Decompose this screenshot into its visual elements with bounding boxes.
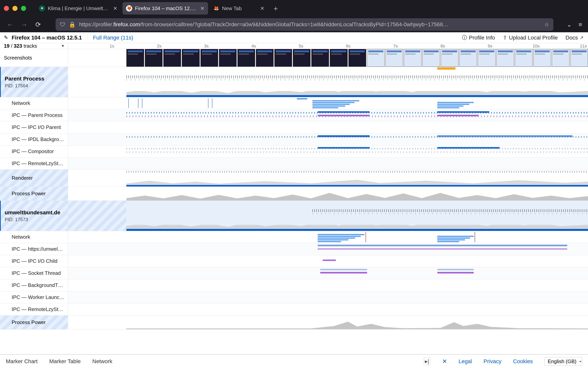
track-process-power[interactable]: Process Power [0, 187, 588, 201]
favicon-icon: ✦ [39, 5, 45, 11]
profiler-header: ✎ Firefox 104 – macOS 12.5.1 Full Range … [0, 32, 588, 43]
view-marker-chart[interactable]: Marker Chart [6, 358, 37, 365]
range-link[interactable]: Full Range (11s) [93, 35, 133, 41]
nav-bar: ← → ⟳ 🛡 🔒 https://profiler.firefox.com/f… [0, 17, 588, 32]
track-label[interactable]: IPC — Compositor [0, 146, 68, 157]
shield-icon[interactable]: 🛡 [60, 21, 65, 28]
url-text: https://profiler.firefox.com/from-browse… [79, 21, 541, 28]
track-label[interactable]: IPC — Socket Thread [0, 267, 68, 279]
profile-info-button[interactable]: ⓘ Profile Info [462, 34, 495, 41]
language-select[interactable]: English (GB) [544, 357, 582, 366]
track-label[interactable]: Process Power [0, 187, 68, 201]
track-label[interactable]: IPC — IPDL Backgro… [0, 133, 68, 145]
chevron-down-icon: ▼ [61, 44, 65, 48]
tab-0[interactable]: ✦ Klima | Energie | Umweltbundes… ✕ [35, 2, 121, 15]
track-label[interactable]: Network [0, 97, 68, 109]
close-tab-icon[interactable]: ✕ [200, 5, 205, 11]
track-ipc-remotelzy[interactable]: IPC — RemoteLzySt… [0, 157, 588, 170]
track-process-power-content[interactable]: Process Power [0, 315, 588, 330]
upload-profile-button[interactable]: ⇧ Upload Local Profile [503, 35, 558, 41]
track-ipc-ipdl[interactable]: IPC — IPDL Backgro… [0, 133, 588, 146]
legal-link[interactable]: Legal [459, 358, 472, 365]
track-ipc-content-main[interactable]: IPC — https://umwel… [0, 243, 588, 255]
track-ipc-worker-launch[interactable]: IPC — Worker Launc… [0, 291, 588, 304]
track-ipc-compositor[interactable]: IPC — Compositor [0, 146, 588, 157]
screenshots-strip[interactable] [68, 49, 588, 67]
view-network[interactable]: Network [92, 358, 112, 365]
ruler-row: 19 / 323 tracks ▼ 1s 2s 3s 4s 5s 6s 7s 8… [0, 43, 588, 49]
new-tab-button[interactable]: ＋ [270, 4, 282, 13]
track-network[interactable]: Network [0, 97, 588, 109]
tab-label: New Tab [222, 5, 257, 11]
favicon-icon: 🦊 [213, 5, 219, 11]
track-label[interactable]: IPC — BackgroundT… [0, 279, 68, 291]
close-tab-icon[interactable]: ✕ [260, 5, 264, 11]
process-content[interactable]: umweltbundesamt.de PID: 17573 [0, 201, 588, 231]
back-button[interactable]: ← [6, 21, 14, 28]
bottom-bar: Marker Chart Marker Table Network ▸| ✕ L… [0, 354, 588, 368]
tab-2[interactable]: 🦊 New Tab ✕ [210, 2, 268, 15]
profile-name: Firefox 104 – macOS 12.5.1 [12, 35, 82, 41]
track-label[interactable]: IPC — RemoteLzySt… [0, 157, 68, 169]
track-ipc-socket[interactable]: IPC — Socket Thread [0, 267, 588, 279]
track-label[interactable]: IPC — Worker Launc… [0, 291, 68, 303]
external-link-icon: ↗ [580, 35, 583, 40]
track-network-content[interactable]: Network [0, 231, 588, 243]
cookies-link[interactable]: Cookies [513, 358, 533, 365]
favicon-icon: 🦊 [126, 5, 132, 11]
track-label[interactable]: Network [0, 231, 68, 243]
close-notice-icon[interactable]: ✕ [442, 358, 447, 365]
timeline: 19 / 323 tracks ▼ 1s 2s 3s 4s 5s 6s 7s 8… [0, 43, 588, 354]
close-tab-icon[interactable]: ✕ [113, 5, 118, 11]
reload-button[interactable]: ⟳ [34, 21, 42, 28]
process-label[interactable]: Parent Process PID: 17564 [0, 67, 68, 97]
track-ipc-io-parent[interactable]: IPC — IPC I/O Parent [0, 121, 588, 133]
upload-icon: ⇧ [503, 35, 507, 41]
track-label[interactable]: IPC — IPC I/O Parent [0, 121, 68, 133]
info-icon: ⓘ [462, 34, 467, 41]
screenshots-track: Screenshots [0, 49, 588, 67]
track-label[interactable]: IPC — https://umwel… [0, 243, 68, 255]
process-graph[interactable] [68, 201, 588, 231]
window-controls [4, 6, 26, 11]
tab-label: Firefox 104 – macOS 12.5.1 – 27… [135, 5, 198, 11]
process-graph[interactable] [68, 67, 588, 97]
bookmark-star-icon[interactable]: ☆ [544, 21, 549, 28]
track-label[interactable]: Screenshots [0, 49, 68, 67]
url-bar[interactable]: 🛡 🔒 https://profiler.firefox.com/from-br… [56, 18, 553, 31]
track-renderer[interactable]: Renderer [0, 170, 588, 187]
track-label[interactable]: IPC — RemoteLzySt… [0, 304, 68, 315]
track-label[interactable]: IPC — Parent Process [0, 109, 68, 121]
forward-button[interactable]: → [20, 21, 28, 28]
view-marker-table[interactable]: Marker Table [49, 358, 81, 365]
maximize-window-button[interactable] [21, 6, 26, 11]
time-ruler[interactable]: 1s 2s 3s 4s 5s 6s 7s 8s 9s 10s 11s [68, 43, 588, 49]
lock-icon[interactable]: 🔒 [69, 21, 76, 28]
tab-label: Klima | Energie | Umweltbundes… [48, 5, 110, 11]
process-parent[interactable]: Parent Process PID: 17564 [0, 67, 588, 97]
sidebar-toggle-icon[interactable]: ▸| [424, 358, 430, 365]
track-label[interactable]: Process Power [0, 315, 68, 329]
tracks-toggle[interactable]: 19 / 323 tracks ▼ [0, 43, 68, 49]
browser-chrome: ✦ Klima | Energie | Umweltbundes… ✕ 🦊 Fi… [0, 0, 588, 32]
close-window-button[interactable] [4, 6, 9, 11]
track-ipc-background[interactable]: IPC — BackgroundT… [0, 279, 588, 291]
app-menu-icon[interactable]: ≡ [579, 21, 582, 28]
edit-icon[interactable]: ✎ [4, 35, 8, 41]
minimize-window-button[interactable] [12, 6, 18, 11]
tab-1[interactable]: 🦊 Firefox 104 – macOS 12.5.1 – 27… ✕ [123, 2, 208, 15]
toolbar-right: ⌄ ≡ [567, 21, 582, 28]
tab-bar: ✦ Klima | Energie | Umweltbundes… ✕ 🦊 Fi… [0, 0, 588, 17]
process-label[interactable]: umweltbundesamt.de PID: 17573 [0, 201, 68, 231]
track-ipc-parent[interactable]: IPC — Parent Process [0, 109, 588, 121]
docs-link[interactable]: Docs ↗ [565, 35, 583, 41]
save-to-pocket-icon[interactable]: ⌄ [567, 21, 572, 28]
track-ipc-io-child[interactable]: IPC — IPC I/O Child [0, 255, 588, 267]
track-label[interactable]: IPC — IPC I/O Child [0, 255, 68, 267]
track-ipc-remotelzy-content[interactable]: IPC — RemoteLzySt… [0, 304, 588, 315]
privacy-link[interactable]: Privacy [484, 358, 501, 365]
track-label[interactable]: Renderer [0, 170, 68, 186]
